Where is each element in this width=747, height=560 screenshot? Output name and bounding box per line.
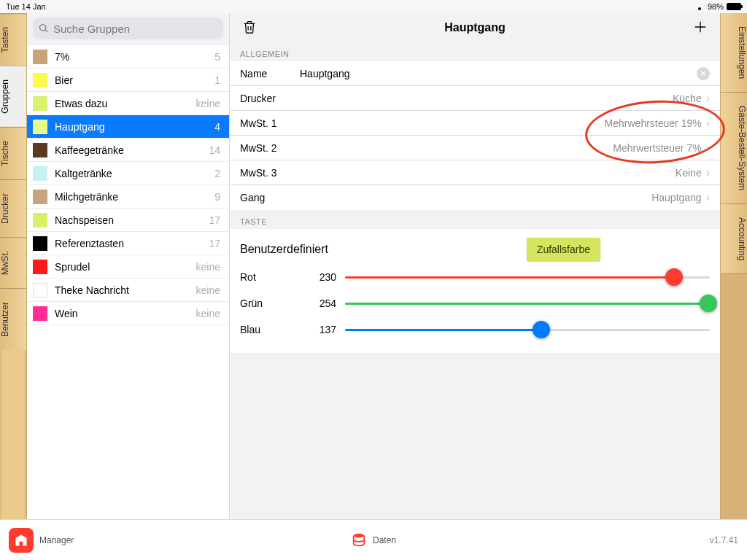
group-count: 4 [214,121,220,133]
group-name: Sprudel [55,261,90,273]
detail-row-mwst-2[interactable]: MwSt. 2Mehrwertsteuer 7% › [230,136,720,160]
group-name: Kaffeegetränke [55,144,124,156]
slider-thumb[interactable] [665,268,683,286]
group-name: 7% [55,51,69,63]
color-swatch [33,236,47,251]
group-sidebar: Suche Gruppen 7%5Bier1Etwas dazukeineHau… [27,13,230,519]
slider-label: Grün [240,298,284,309]
color-swatch [33,306,47,321]
group-name: Bier [55,74,73,86]
left-tab-benutzer[interactable]: Benutzer [0,288,26,350]
group-count: 1 [214,74,220,86]
name-input[interactable] [298,67,697,80]
database-icon [351,532,367,548]
left-tab-tische[interactable]: Tische [0,127,26,179]
cell-label: Gang [240,192,298,203]
color-swatch [33,260,47,274]
group-row[interactable]: Kaffeegetränke14 [27,139,229,162]
random-color-button[interactable]: Zufallsfarbe [527,238,600,261]
slider-thumb[interactable] [700,295,717,312]
detail-header: Hauptgang [230,13,720,42]
group-row[interactable]: Theke Nachrichtkeine [27,279,229,302]
detail-row-mwst-1[interactable]: MwSt. 1Mehrwehrsteuer 19% › [230,111,720,136]
status-bar: Tue 14 Jan 98% [0,0,747,13]
group-count: keine [196,308,220,319]
slider-blau[interactable]: Blau137 [240,316,710,343]
group-name: Etwas dazu [55,98,107,109]
cell-value: Hauptgang › [651,192,710,203]
group-name: Theke Nachricht [55,284,129,296]
name-cell[interactable]: Name ✕ [230,61,720,86]
group-count: 17 [209,214,220,226]
detail-pane: Hauptgang ALLGEMEIN Name ✕ DruckerKüche … [230,13,720,519]
group-row[interactable]: Kaltgetränke2 [27,162,229,185]
group-row[interactable]: Hauptgang4 [27,115,229,139]
group-row[interactable]: Referenztasten17 [27,232,229,255]
group-count: 5 [214,51,220,63]
cell-label: MwSt. 3 [240,167,298,179]
left-tab-tasten[interactable]: Tasten [0,13,26,66]
right-tab-strip: EinstellungenGäste-Bestell-SystemAccount… [721,13,747,519]
general-cells: Name ✕ DruckerKüche ›MwSt. 1Mehrwehrsteu… [230,61,720,210]
group-row[interactable]: Sprudelkeine [27,255,229,279]
battery-percent: 98% [708,2,724,11]
group-row[interactable]: Etwas dazukeine [27,92,229,115]
custom-color-label: Benutzerdefiniert [240,243,328,256]
clear-name-button[interactable]: ✕ [697,67,710,80]
group-row[interactable]: 7%5 [27,45,229,69]
plus-icon [692,19,708,35]
group-row[interactable]: Milchgetränke9 [27,185,229,209]
slider-rot[interactable]: Rot230 [240,264,710,290]
search-field[interactable]: Suche Gruppen [33,18,223,39]
slider-label: Blau [240,324,284,335]
group-name: Wein [55,308,78,319]
add-button[interactable] [689,16,711,40]
group-row[interactable]: Bier1 [27,69,229,92]
color-block: Benutzerdefiniert Zufallsfarbe Rot230Grü… [230,229,720,353]
group-count: 2 [214,168,220,179]
svg-point-0 [354,533,365,537]
chevron-right-icon: › [706,192,710,203]
bottom-bar: Manager Daten v1.7.41 [0,519,747,560]
app-badge[interactable]: Manager [9,528,74,553]
group-row[interactable]: Weinkeine [27,302,229,325]
color-swatch [33,96,47,111]
group-count: 14 [209,144,220,156]
chevron-right-icon: › [706,93,710,104]
slider-track[interactable] [345,303,710,305]
cell-value: Mehrwehrsteuer 19% › [605,117,710,129]
detail-row-gang[interactable]: GangHauptgang › [230,185,720,210]
left-tab-gruppen[interactable]: Gruppen [0,66,26,127]
left-tab-mwst.[interactable]: MwSt. [0,237,26,288]
slider-thumb[interactable] [533,321,550,338]
right-tab-accounting[interactable]: Accounting [721,204,747,274]
slider-value: 230 [293,271,336,283]
color-swatch [33,190,47,204]
cell-value: Mehrwertsteuer 7% › [613,142,710,154]
left-tab-drucker[interactable]: Drucker [0,179,26,237]
group-name: Hauptgang [55,121,105,133]
color-swatch [33,50,47,64]
section-general: ALLGEMEIN [230,42,720,61]
cell-label: Drucker [240,93,298,104]
data-label: Daten [373,535,396,545]
chevron-right-icon: › [706,142,710,154]
slider-value: 137 [293,324,336,335]
data-badge[interactable]: Daten [351,532,396,548]
group-row[interactable]: Nachspeisen17 [27,209,229,232]
group-count: 9 [214,191,220,203]
detail-row-mwst-3[interactable]: MwSt. 3Keine › [230,160,720,185]
right-tab-g-ste-bestell-system[interactable]: Gäste-Bestell-System [721,93,747,204]
slider-track[interactable] [345,276,710,279]
slider-grün[interactable]: Grün254 [240,290,710,316]
name-label: Name [240,68,298,79]
delete-button[interactable] [239,16,260,40]
group-list: 7%5Bier1Etwas dazukeineHauptgang4Kaffeeg… [27,45,229,519]
right-tab-einstellungen[interactable]: Einstellungen [721,13,747,93]
color-swatch [33,143,47,158]
detail-row-drucker[interactable]: DruckerKüche › [230,86,720,111]
slider-track[interactable] [345,329,710,331]
app-label: Manager [39,535,74,545]
group-name: Nachspeisen [55,214,114,226]
status-date: Tue 14 Jan [6,2,46,11]
